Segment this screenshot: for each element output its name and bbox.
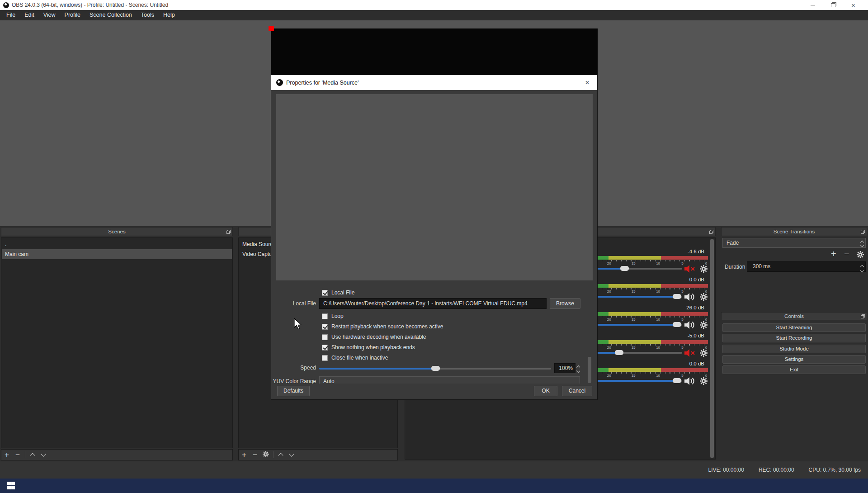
- transition-properties-gear-button[interactable]: [857, 251, 864, 260]
- minimize-icon: [811, 5, 815, 5]
- ok-button[interactable]: OK: [534, 386, 557, 396]
- remove-transition-button[interactable]: −: [844, 249, 849, 259]
- local-file-field-label: Local File: [271, 300, 316, 307]
- detach-panel-icon[interactable]: [226, 230, 230, 233]
- add-source-button[interactable]: +: [239, 450, 250, 460]
- move-scene-down-button[interactable]: [38, 451, 49, 459]
- restore-button[interactable]: [823, 0, 843, 10]
- exit-button[interactable]: Exit: [722, 365, 866, 374]
- mute-toggle-button[interactable]: [684, 377, 696, 385]
- remove-source-button[interactable]: −: [250, 450, 260, 460]
- studio-mode-button[interactable]: Studio Mode: [722, 345, 866, 353]
- yuv-color-range-value: Auto: [323, 377, 335, 384]
- scene-list-item-selected[interactable]: Main cam: [2, 249, 232, 259]
- dialog-close-button[interactable]: ×: [577, 75, 597, 90]
- spinner-arrows[interactable]: [861, 264, 863, 273]
- transition-select[interactable]: Fade: [722, 238, 866, 248]
- menu-profile[interactable]: Profile: [60, 10, 85, 20]
- mute-toggle-button[interactable]: [684, 293, 696, 301]
- channel-settings-gear-button[interactable]: [700, 321, 708, 329]
- mute-toggle-button[interactable]: [684, 265, 696, 273]
- spinner-arrows[interactable]: [577, 364, 580, 374]
- obs-application-window: OBS 24.0.3 (64-bit, windows) - Profile: …: [0, 0, 868, 493]
- speed-slider-fill: [319, 368, 435, 370]
- local-file-path-input[interactable]: C:/Users/Wouter/Desktop/Conference Day 1…: [319, 298, 547, 309]
- duration-spinner[interactable]: 300 ms: [747, 261, 866, 272]
- start-streaming-button[interactable]: Start Streaming: [722, 323, 866, 332]
- start-button[interactable]: [7, 482, 15, 489]
- move-scene-up-button[interactable]: [27, 451, 38, 459]
- start-recording-button[interactable]: Start Recording: [722, 334, 866, 342]
- checkbox[interactable]: [322, 345, 328, 351]
- browse-button[interactable]: Browse: [550, 298, 580, 309]
- speed-spinner[interactable]: 100%: [554, 363, 576, 373]
- dropdown-arrows: [861, 239, 863, 248]
- volume-db-label: 0.0 dB: [689, 277, 704, 282]
- volume-slider-handle[interactable]: [673, 294, 681, 299]
- menu-view[interactable]: View: [39, 10, 60, 20]
- scenes-panel-title: Scenes: [108, 229, 125, 234]
- yuv-color-range-select[interactable]: Auto: [319, 376, 580, 384]
- remove-scene-button[interactable]: −: [12, 450, 23, 460]
- volume-slider-handle[interactable]: [673, 378, 681, 383]
- minimize-button[interactable]: [802, 0, 823, 10]
- menu-edit[interactable]: Edit: [20, 10, 39, 20]
- mute-toggle-button[interactable]: [684, 349, 696, 357]
- volume-db-label: -4.6 dB: [688, 249, 704, 254]
- scenes-toolbar: + −: [1, 449, 233, 460]
- move-source-down-button[interactable]: [286, 451, 297, 459]
- volume-slider-handle[interactable]: [615, 350, 623, 355]
- add-scene-button[interactable]: +: [1, 450, 12, 460]
- defaults-button[interactable]: Defaults: [277, 386, 310, 396]
- cancel-button[interactable]: Cancel: [562, 386, 592, 396]
- checkbox[interactable]: [322, 313, 328, 319]
- detach-panel-icon[interactable]: [861, 314, 864, 318]
- checkbox-label: Local File: [331, 289, 354, 296]
- checkbox[interactable]: [322, 334, 328, 340]
- volume-slider-handle[interactable]: [673, 322, 681, 327]
- channel-settings-gear-button[interactable]: [700, 349, 708, 357]
- tick-label: -10: [655, 374, 660, 378]
- selection-handle[interactable]: [269, 26, 274, 31]
- channel-settings-gear-button[interactable]: [700, 265, 708, 273]
- menu-tools[interactable]: Tools: [137, 10, 159, 20]
- dialog-titlebar[interactable]: Properties for 'Media Source' ×: [271, 75, 597, 90]
- windows-logo-icon: [7, 482, 11, 485]
- add-transition-button[interactable]: +: [831, 249, 836, 259]
- dialog-scrollbar[interactable]: [588, 357, 591, 383]
- checkbox[interactable]: [322, 355, 328, 361]
- show-nothing-checkbox-row[interactable]: Show nothing when playback ends: [322, 344, 415, 351]
- detach-panel-icon[interactable]: [861, 230, 864, 233]
- tick-label: -15: [630, 374, 636, 378]
- duration-label: Duration: [725, 264, 745, 270]
- channel-settings-gear-button[interactable]: [700, 377, 708, 385]
- close-button[interactable]: ×: [843, 0, 863, 10]
- move-source-up-button[interactable]: [275, 451, 286, 459]
- transition-selected-value: Fade: [726, 238, 739, 247]
- checkbox[interactable]: [322, 290, 328, 296]
- settings-button[interactable]: Settings: [722, 355, 866, 364]
- window-titlebar: OBS 24.0.3 (64-bit, windows) - Profile: …: [0, 0, 868, 10]
- loop-checkbox-row[interactable]: Loop: [322, 313, 344, 320]
- gear-icon: [700, 293, 708, 301]
- volume-slider-handle[interactable]: [620, 266, 629, 271]
- speed-slider-handle[interactable]: [431, 366, 440, 371]
- scene-list-item[interactable]: .: [2, 239, 232, 249]
- channel-settings-gear-button[interactable]: [700, 293, 708, 301]
- menu-scene-collection[interactable]: Scene Collection: [85, 10, 137, 20]
- gear-icon: [700, 321, 708, 329]
- dialog-title: Properties for 'Media Source': [286, 80, 359, 86]
- restart-playback-checkbox-row[interactable]: Restart playback when source becomes act…: [322, 323, 443, 330]
- menu-file[interactable]: File: [2, 10, 20, 20]
- mixer-scrollbar[interactable]: [710, 239, 714, 458]
- local-file-checkbox-row[interactable]: Local File: [322, 289, 354, 296]
- mute-toggle-button[interactable]: [684, 321, 696, 329]
- detach-panel-icon[interactable]: [709, 230, 713, 233]
- close-file-checkbox-row[interactable]: Close file when inactive: [322, 354, 388, 361]
- volume-db-label: 26.0 dB: [686, 305, 704, 310]
- speed-slider[interactable]: [319, 368, 551, 370]
- source-properties-gear-button[interactable]: [260, 450, 271, 460]
- checkbox[interactable]: [322, 324, 328, 330]
- hardware-decoding-checkbox-row[interactable]: Use hardware decoding when available: [322, 333, 426, 341]
- menu-help[interactable]: Help: [159, 10, 179, 20]
